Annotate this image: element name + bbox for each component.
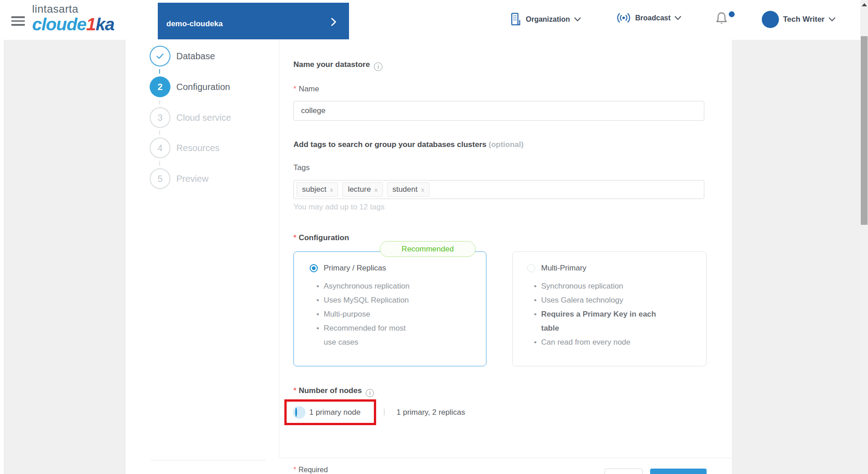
chevron-down-icon <box>574 17 581 22</box>
check-icon <box>155 51 165 62</box>
step-resources-circle[interactable]: 4 <box>150 137 170 158</box>
step-cloud-service-circle[interactable]: 3 <box>150 107 170 128</box>
scrollbar-up-arrow[interactable] <box>862 3 867 6</box>
option-title: Primary / Replicas <box>324 264 386 273</box>
option-card-primary-replicas[interactable]: Primary / Replicas Asynchronous replicat… <box>293 251 486 366</box>
organization-label: Organization <box>526 15 570 24</box>
option-bullet: Asynchronous replication <box>324 279 477 293</box>
footer-divider <box>281 458 732 458</box>
project-selector-button[interactable]: demo-cloudeka <box>158 3 349 39</box>
step-resources-label[interactable]: Resources <box>176 142 220 153</box>
step-preview-label[interactable]: Preview <box>176 173 208 184</box>
option-bullet: Can read from every node <box>541 335 697 349</box>
option-bullet: Synchronous replication <box>541 279 697 293</box>
option-title: Multi-Primary <box>541 264 586 273</box>
name-input[interactable]: college <box>293 101 704 121</box>
tag-chip: subjectx <box>297 182 338 197</box>
configuration-field-label: *Configuration <box>293 233 349 242</box>
tags-field-label: Tags <box>293 163 310 172</box>
info-icon[interactable]: i <box>374 62 382 71</box>
tags-input[interactable]: subjectx lecturex studentx <box>293 180 704 199</box>
broadcast-dropdown[interactable]: Broadcast <box>616 12 681 24</box>
tags-hint: You may add up to 12 tags <box>293 203 385 212</box>
organization-building-icon <box>509 12 522 26</box>
required-asterisk: * <box>293 466 296 474</box>
option-bullet: Multi-purpose <box>324 307 477 321</box>
step-connector <box>159 130 160 135</box>
project-name: demo-cloudeka <box>166 19 223 28</box>
avatar <box>762 11 779 28</box>
scrollbar-thumb[interactable] <box>861 36 868 225</box>
organization-dropdown[interactable]: Organization <box>509 12 581 26</box>
tag-chip: lecturex <box>342 182 383 197</box>
required-asterisk: * <box>293 85 297 93</box>
tag-remove-icon[interactable]: x <box>330 186 333 193</box>
chevron-down-icon <box>829 17 835 22</box>
option-bullet: Uses Galera technology <box>541 293 697 307</box>
nodes-field-label: *Number of nodesi <box>293 386 374 397</box>
required-asterisk: * <box>293 233 297 242</box>
user-name: Tech Writer <box>783 15 825 24</box>
tag-remove-icon[interactable]: x <box>374 186 377 193</box>
step-connector <box>159 69 160 74</box>
user-menu-dropdown[interactable]: Tech Writer <box>762 11 835 28</box>
radio-primary-replicas[interactable] <box>310 264 318 272</box>
required-asterisk: * <box>293 386 297 395</box>
cloudeka-logo: lintasarta cloude1ka <box>32 4 114 33</box>
tag-remove-icon[interactable]: x <box>421 186 425 193</box>
next-button[interactable] <box>650 469 707 474</box>
top-bar: lintasarta cloude1ka demo-cloudeka Organ… <box>0 0 868 40</box>
stepper-footer-divider <box>151 460 266 460</box>
tag-chip: studentx <box>387 182 429 197</box>
info-icon[interactable]: i <box>366 389 374 397</box>
option-bullet: Requires a Primary Key in each table <box>541 307 697 335</box>
annotation-highlight-box <box>284 399 376 425</box>
step-connector <box>159 161 160 166</box>
left-gutter <box>4 40 126 474</box>
tags-section-heading: Add tags to search or group your databas… <box>293 140 524 149</box>
cancel-button[interactable] <box>604 469 643 474</box>
notifications-bell-icon[interactable] <box>714 11 729 27</box>
step-connector <box>159 100 160 104</box>
chevron-down-icon <box>675 16 681 20</box>
option-card-multi-primary[interactable]: Multi-Primary Synchronous replication Us… <box>512 251 707 366</box>
logo-line2: cloude1ka <box>32 15 114 33</box>
step-database-label[interactable]: Database <box>176 51 215 62</box>
name-section-heading: Name your datastorei <box>293 60 382 71</box>
required-note: *Required <box>293 466 328 474</box>
option-bullet: Recommended for most use cases <box>324 321 477 349</box>
vertical-divider <box>279 40 279 458</box>
logo-line1: lintasarta <box>32 4 114 14</box>
radio-1-primary-2-replicas-label[interactable]: 1 primary, 2 replicas <box>396 408 465 417</box>
broadcast-label: Broadcast <box>635 14 670 22</box>
recommended-badge: Recommended <box>380 241 476 257</box>
optional-note: (optional) <box>489 140 524 149</box>
option-bullet: Uses MySQL Replication <box>324 293 477 307</box>
radio-multi-primary[interactable] <box>527 264 535 272</box>
step-preview-circle[interactable]: 5 <box>150 168 170 189</box>
right-gutter <box>732 40 860 474</box>
notification-badge-dot <box>729 11 735 17</box>
broadcast-icon <box>616 12 631 24</box>
step-database-circle[interactable] <box>150 46 170 66</box>
step-configuration-label[interactable]: Configuration <box>176 81 230 92</box>
radio-1-primary-2-replicas[interactable] <box>384 408 385 417</box>
step-cloud-service-label[interactable]: Cloud service <box>176 112 231 123</box>
chevron-right-icon <box>331 18 336 26</box>
name-field-label: *Name <box>293 85 319 94</box>
hamburger-menu-icon[interactable] <box>11 16 25 26</box>
step-configuration-circle[interactable]: 2 <box>150 76 170 97</box>
